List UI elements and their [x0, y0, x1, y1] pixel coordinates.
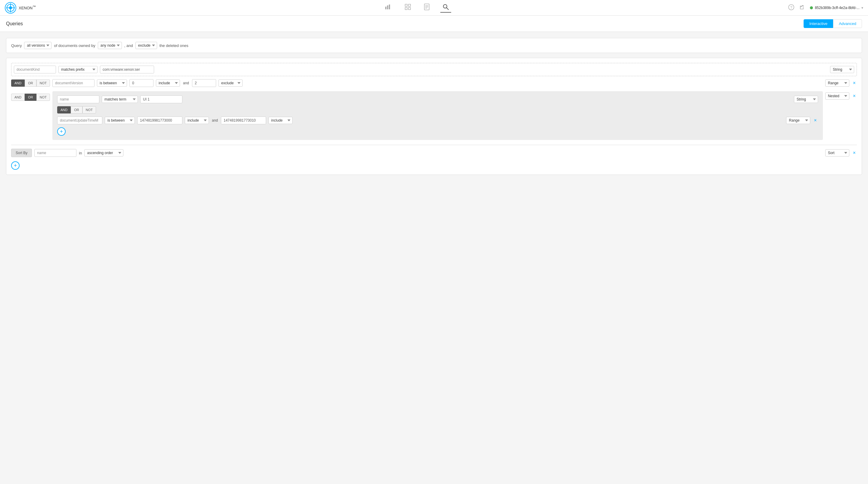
version-select[interactable]: all versions: [24, 42, 52, 49]
nested2-operator-select[interactable]: is between: [105, 117, 135, 124]
condition3-right: Nested ×: [825, 90, 857, 100]
nested-and-btn[interactable]: AND: [57, 106, 71, 114]
nested2-type-select[interactable]: Range: [786, 117, 810, 124]
condition-row-1: matches prefix String: [11, 63, 857, 76]
sort-type-select[interactable]: Sort: [825, 149, 849, 156]
condition2-include2-select[interactable]: exclude: [218, 80, 243, 87]
query-header-row: Query all versions of documents owned by…: [6, 38, 862, 53]
condition-row-2: AND OR NOT is between include and exclud…: [11, 79, 857, 87]
svg-point-2: [9, 6, 12, 9]
condition3-logic-group: AND OR NOT: [11, 90, 50, 101]
exclude-select[interactable]: exclude: [135, 42, 157, 49]
account-id: 852b389b-3cff-4e2a-8bfd-...: [815, 6, 860, 10]
interactive-mode-button[interactable]: Interactive: [804, 19, 833, 28]
chart-nav-icon[interactable]: [382, 3, 394, 12]
nested-logic-row: AND OR NOT: [57, 106, 818, 114]
query-label: Query: [11, 43, 22, 48]
condition2-field-input[interactable]: [52, 79, 94, 87]
nested2-include2-select[interactable]: include: [269, 117, 292, 124]
condition1-value-input[interactable]: [100, 66, 154, 73]
nested-container: matches term String AND OR NOT: [52, 91, 823, 140]
grid-nav-icon[interactable]: [402, 3, 413, 13]
nested-row-2: is between include and include Range: [57, 117, 818, 124]
svg-rect-13: [408, 7, 410, 10]
sort-remove-btn[interactable]: ×: [852, 151, 857, 155]
conditions-area: matches prefix String AND OR NOT is betw…: [6, 58, 862, 175]
share-icon[interactable]: [799, 4, 805, 11]
page-title: Queries: [6, 21, 23, 27]
top-nav: XENON™ ? 852b389b-3cff-4e2a-8bfd-... ▾: [0, 0, 868, 16]
mode-toggle: Interactive Advanced: [804, 19, 862, 28]
condition2-type-select[interactable]: Range: [825, 80, 849, 87]
condition2-value2-input[interactable]: [192, 79, 216, 87]
account-info[interactable]: 852b389b-3cff-4e2a-8bfd-... ▾: [810, 6, 863, 10]
nested2-value2-input[interactable]: [221, 117, 266, 124]
nested-row-1: matches term String: [57, 95, 818, 103]
svg-line-19: [447, 8, 448, 10]
nested1-field-input[interactable]: [57, 95, 99, 103]
condition1-field-input[interactable]: [14, 66, 56, 73]
svg-rect-11: [408, 4, 410, 6]
nested2-include1-select[interactable]: include: [185, 117, 209, 124]
svg-rect-12: [405, 7, 407, 10]
sort-field-input[interactable]: [34, 149, 76, 157]
condition3-or-btn[interactable]: OR: [25, 94, 36, 101]
condition2-and-text: and: [182, 81, 190, 85]
search-nav-icon[interactable]: [440, 3, 451, 13]
logo-text: XENON™: [19, 5, 36, 10]
main-content: Query all versions of documents owned by…: [0, 32, 868, 484]
logo-icon: [5, 2, 16, 13]
nav-right: ? 852b389b-3cff-4e2a-8bfd-... ▾: [788, 4, 863, 11]
nested1-value-input[interactable]: [140, 95, 182, 103]
condition-row-3: AND OR NOT matches term String: [11, 90, 857, 141]
condition3-type-select[interactable]: Nested: [825, 92, 849, 100]
logo: XENON™: [5, 2, 36, 13]
condition2-logic-group: AND OR NOT: [11, 80, 50, 87]
nested-add-row: +: [57, 127, 818, 136]
nested1-operator-select[interactable]: matches term: [102, 96, 138, 103]
svg-rect-7: [385, 7, 386, 9]
condition2-value1-input[interactable]: [129, 79, 154, 87]
nested1-type-select[interactable]: String: [794, 96, 818, 103]
sub-header: Queries Interactive Advanced: [0, 16, 868, 32]
sort-row: Sort By in ascending order Sort ×: [11, 149, 857, 157]
add-condition-btn[interactable]: +: [11, 161, 20, 170]
condition2-operator-select[interactable]: is between: [97, 80, 127, 87]
nested-not-btn[interactable]: NOT: [83, 106, 96, 114]
svg-rect-8: [387, 5, 388, 9]
node-select[interactable]: any node: [98, 42, 122, 49]
condition2-and-btn[interactable]: AND: [11, 80, 25, 87]
help-icon[interactable]: ?: [788, 4, 794, 11]
of-label: of documents owned by: [54, 43, 95, 48]
condition2-or-btn[interactable]: OR: [25, 80, 36, 87]
deleted-label: the deleted ones: [159, 43, 188, 48]
sort-in-label: in: [79, 151, 82, 155]
svg-rect-10: [405, 4, 407, 6]
nested-or-btn[interactable]: OR: [71, 106, 83, 114]
condition2-not-btn[interactable]: NOT: [36, 80, 50, 87]
condition2-include1-select[interactable]: include: [156, 80, 180, 87]
nav-icons: [45, 2, 788, 13]
comma-and-label: , and: [124, 43, 133, 48]
account-dropdown-icon[interactable]: ▾: [861, 6, 863, 10]
svg-text:?: ?: [790, 5, 793, 10]
sort-order-select[interactable]: ascending order: [84, 149, 123, 156]
condition2-remove-btn[interactable]: ×: [852, 81, 857, 86]
condition3-and-btn[interactable]: AND: [11, 94, 25, 101]
account-status-dot: [810, 6, 813, 9]
add-condition-row: +: [11, 161, 857, 170]
nested2-and-text: and: [211, 118, 218, 122]
nested2-field-input[interactable]: [57, 117, 102, 124]
nested-logic-group: AND OR NOT: [57, 106, 818, 114]
condition1-operator-select[interactable]: matches prefix: [58, 66, 97, 73]
sort-by-label: Sort By: [11, 149, 32, 157]
svg-point-18: [443, 4, 447, 8]
nested-add-btn[interactable]: +: [57, 127, 66, 136]
condition3-not-btn[interactable]: NOT: [36, 94, 50, 101]
condition1-type-select[interactable]: String: [830, 66, 854, 73]
nested2-value1-input[interactable]: [137, 117, 182, 124]
advanced-mode-button[interactable]: Advanced: [833, 19, 862, 28]
condition3-remove-btn[interactable]: ×: [852, 94, 857, 98]
doc-nav-icon[interactable]: [422, 2, 432, 13]
nested2-remove-btn[interactable]: ×: [813, 118, 818, 123]
